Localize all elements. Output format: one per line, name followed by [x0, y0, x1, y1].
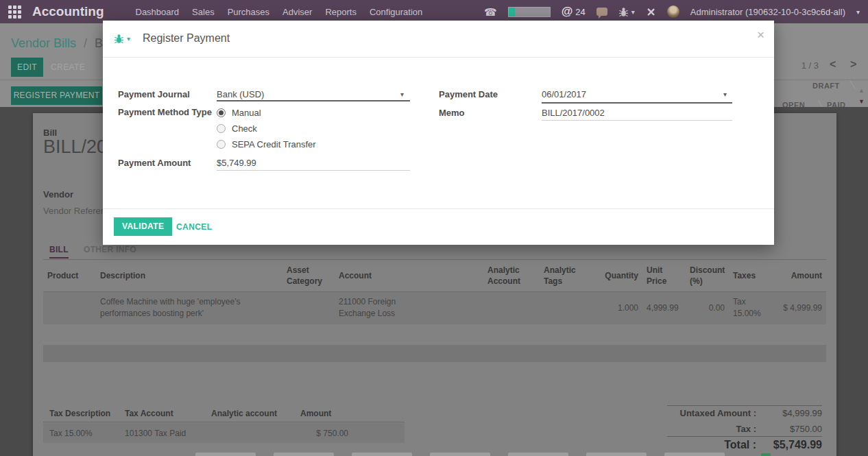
register-payment-button[interactable]: REGISTER PAYMENT	[11, 86, 102, 105]
pager-next-button[interactable]: >	[850, 58, 856, 71]
create-button[interactable]: CREATE	[51, 58, 85, 77]
radio-selected-icon	[217, 108, 226, 117]
memo-input[interactable]: BILL/2017/0002	[542, 108, 605, 118]
user-menu[interactable]: Administrator (190632-10-0-3c9c6d-all)	[690, 7, 845, 17]
activity-count: 24	[575, 7, 585, 17]
payment-amount-underline	[217, 170, 410, 171]
cancel-button[interactable]: CANCEL	[176, 222, 212, 232]
breadcrumb-vendor-bills[interactable]: Vendor Bills	[11, 36, 76, 50]
tax-col-account: Tax Account	[125, 409, 173, 418]
col-product: Product	[43, 260, 96, 292]
pager-previous-button[interactable]: <	[830, 58, 836, 71]
debug-menu[interactable]: ▾	[618, 7, 635, 17]
at-icon: @	[562, 5, 573, 19]
radio-check-label: Check	[232, 123, 257, 134]
scroll-up-icon[interactable]: ▲	[858, 88, 865, 94]
tax-col-description: Tax Description	[49, 409, 110, 418]
clipped-button-top	[508, 453, 568, 456]
total-value: $5,749.99	[757, 439, 822, 451]
col-discount: Discount (%)	[686, 260, 729, 292]
radio-manual-label: Manual	[232, 108, 261, 118]
cell-asset-category	[282, 292, 335, 324]
tax-col-amount: Amount	[300, 409, 331, 418]
cell-unit-price: 4,999.99	[642, 292, 686, 324]
memo-underline	[542, 120, 732, 121]
col-description: Description	[96, 260, 282, 292]
dialog-footer: VALIDATE CANCEL	[103, 208, 774, 245]
radio-sepa[interactable]: SEPA Credit Transfer	[217, 139, 316, 149]
dialog-header: ▾ Register Payment ×	[103, 21, 774, 58]
menu-reports[interactable]: Reports	[325, 7, 357, 17]
clipped-green-element	[761, 453, 771, 456]
payment-date-label: Payment Date	[439, 89, 498, 99]
close-icon[interactable]: ×	[757, 27, 764, 43]
edit-button[interactable]: EDIT	[11, 58, 43, 77]
chevron-down-icon: ▾	[631, 8, 635, 16]
cell-product	[43, 292, 96, 324]
cell-amount: $ 4,999.99	[775, 292, 826, 324]
scroll-down-icon[interactable]: ▼	[858, 99, 865, 105]
col-analytic-account: Analytic Account	[483, 260, 540, 292]
untaxed-amount-value: $4,999.99	[757, 408, 822, 418]
memo-label: Memo	[439, 108, 465, 118]
journal-dropdown-caret-icon[interactable]: ▾	[400, 91, 404, 98]
tab-other-info[interactable]: OTHER INFO	[84, 245, 136, 254]
debug-action-menu[interactable]: ▾	[114, 34, 130, 44]
payment-date-input[interactable]: 06/01/2017	[542, 89, 586, 99]
tools-icon[interactable]	[646, 7, 656, 17]
radio-unselected-icon	[217, 140, 226, 149]
cell-analytic-account	[483, 292, 540, 324]
radio-sepa-label: SEPA Credit Transfer	[232, 139, 316, 149]
timer-progressbar	[508, 7, 551, 17]
table-row[interactable]: Coffee Machine with huge 'employee's per…	[43, 292, 826, 324]
bug-icon	[114, 34, 124, 44]
cell-analytic-tags	[540, 292, 584, 324]
dialog-title: Register Payment	[143, 32, 230, 45]
apps-menu-icon[interactable]	[8, 5, 21, 19]
payment-method-label: Payment Method Type	[118, 107, 212, 117]
payment-amount-input[interactable]: $5,749.99	[217, 158, 256, 168]
cell-quantity: 1.000	[584, 292, 642, 324]
validate-button[interactable]: VALIDATE	[114, 217, 172, 236]
col-amount: Amount	[775, 260, 826, 292]
col-analytic-tags: Analytic Tags	[540, 260, 584, 292]
menu-adviser[interactable]: Adviser	[282, 7, 312, 17]
tab-bill[interactable]: BILL	[49, 245, 69, 259]
tax-total-value: $750.00	[757, 424, 822, 434]
breadcrumb-separator: /	[84, 36, 87, 50]
menu-sales[interactable]: Sales	[192, 7, 215, 17]
radio-manual[interactable]: Manual	[217, 108, 261, 118]
cell-discount: 0.00	[686, 292, 729, 324]
date-dropdown-caret-icon[interactable]: ▾	[723, 91, 727, 98]
messages-icon[interactable]	[596, 8, 607, 16]
col-account: Account	[335, 260, 483, 292]
tax-total-label: Tax :	[667, 424, 756, 434]
stage-draft[interactable]: DRAFT	[812, 82, 840, 90]
payment-date-underline	[542, 102, 732, 104]
menu-purchases[interactable]: Purchases	[228, 7, 269, 17]
tax-table-row	[43, 423, 405, 443]
clipped-button-top	[274, 453, 334, 456]
menu-configuration[interactable]: Configuration	[370, 7, 422, 17]
cell-account: 211000 Foreign Exchange Loss	[335, 292, 483, 324]
lines-header-row: Product Description Asset Category Accou…	[43, 260, 826, 292]
menu-dashboard[interactable]: Dashboard	[136, 7, 180, 17]
tax-cell-description: Tax 15.00%	[49, 429, 93, 438]
clipped-button-top	[664, 453, 725, 456]
payment-amount-label: Payment Amount	[118, 158, 191, 168]
radio-check[interactable]: Check	[217, 123, 257, 134]
top-navbar: Accounting Dashboard Sales Purchases Adv…	[0, 0, 868, 23]
activity-counter[interactable]: @ 24	[562, 5, 586, 19]
col-unit-price: Unit Price	[642, 260, 686, 292]
col-quantity: Quantity	[584, 260, 642, 292]
user-avatar[interactable]	[667, 5, 679, 18]
total-label: Total :	[667, 439, 756, 451]
clipped-button-top	[586, 453, 647, 456]
cell-description: Coffee Machine with huge 'employee's per…	[96, 292, 282, 324]
app-title: Accounting	[32, 4, 104, 19]
tax-cell-amount: $ 750.00	[259, 429, 348, 438]
payment-journal-select[interactable]: Bank (USD)	[217, 89, 264, 99]
totals-bottom-line	[667, 436, 822, 437]
radio-unselected-icon	[217, 124, 226, 133]
phone-icon[interactable]: ☎	[484, 7, 497, 17]
